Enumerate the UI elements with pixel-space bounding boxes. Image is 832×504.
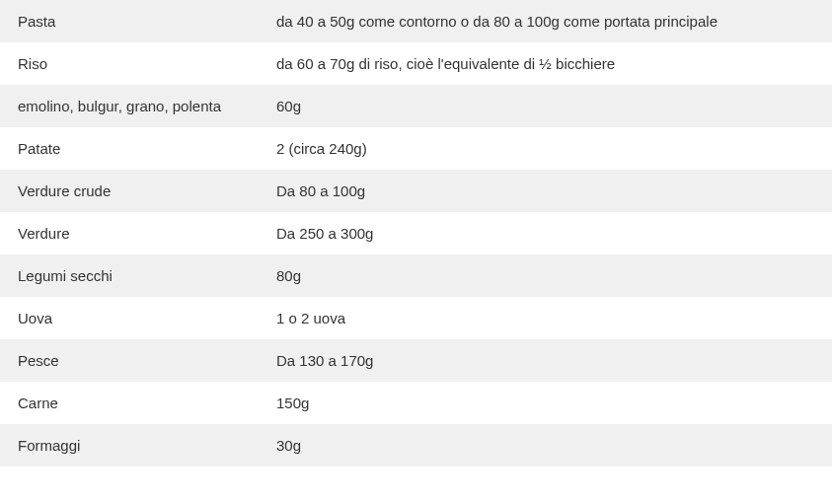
portion-cell: Da 80 a 100g bbox=[276, 170, 832, 212]
portion-cell: Da 250 a 300g bbox=[276, 212, 832, 254]
portion-cell: 1 o 2 uova bbox=[276, 297, 832, 339]
table-row: Pasta da 40 a 50g come contorno o da 80 … bbox=[0, 0, 832, 42]
table-row: Carne 150g bbox=[0, 382, 832, 424]
food-cell: Pasta bbox=[0, 0, 276, 42]
table-row: Verdure Da 250 a 300g bbox=[0, 212, 832, 254]
portion-cell: 30g bbox=[276, 424, 832, 467]
portion-cell: 150g bbox=[276, 382, 832, 424]
table-row: Formaggi 30g bbox=[0, 424, 832, 467]
portion-cell: Da 130 a 170g bbox=[276, 339, 832, 382]
food-cell: emolino, bulgur, grano, polenta bbox=[0, 85, 276, 127]
portion-cell: da 40 a 50g come contorno o da 80 a 100g… bbox=[276, 0, 832, 42]
food-cell: Pesce bbox=[0, 339, 276, 382]
table-row: Legumi secchi 80g bbox=[0, 254, 832, 297]
table-row: Uova 1 o 2 uova bbox=[0, 297, 832, 339]
food-cell: Riso bbox=[0, 42, 276, 85]
food-cell: Legumi secchi bbox=[0, 254, 276, 297]
portion-cell: da 60 a 70g di riso, cioè l'equivalente … bbox=[276, 42, 832, 85]
table-row: Verdure crude Da 80 a 100g bbox=[0, 170, 832, 212]
food-cell: Uova bbox=[0, 297, 276, 339]
table-row: Patate 2 (circa 240g) bbox=[0, 127, 832, 170]
food-cell: Patate bbox=[0, 127, 276, 170]
portion-cell: 2 (circa 240g) bbox=[276, 127, 832, 170]
food-cell: Verdure crude bbox=[0, 170, 276, 212]
portion-table: Pasta da 40 a 50g come contorno o da 80 … bbox=[0, 0, 832, 467]
table-row: emolino, bulgur, grano, polenta 60g bbox=[0, 85, 832, 127]
food-cell: Verdure bbox=[0, 212, 276, 254]
table-row: Pesce Da 130 a 170g bbox=[0, 339, 832, 382]
food-cell: Carne bbox=[0, 382, 276, 424]
portion-cell: 80g bbox=[276, 254, 832, 297]
table-row: Riso da 60 a 70g di riso, cioè l'equival… bbox=[0, 42, 832, 85]
food-cell: Formaggi bbox=[0, 424, 276, 467]
portion-cell: 60g bbox=[276, 85, 832, 127]
